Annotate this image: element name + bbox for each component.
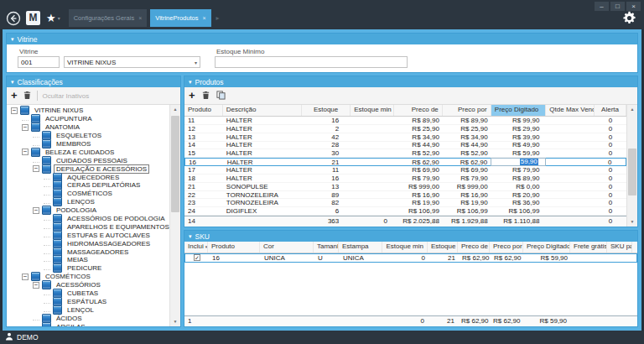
vitrine-code-input[interactable] [18, 56, 60, 68]
estoque-minimo-input[interactable] [215, 56, 408, 68]
scroll-up-icon[interactable]: ▲ [170, 105, 180, 114]
table-cell: R$ 999,00 [443, 183, 491, 190]
column-header[interactable]: Descrição [223, 105, 303, 116]
back-icon[interactable] [6, 11, 21, 26]
collapse-caret-icon[interactable]: ▾ [11, 76, 14, 87]
maximize-button[interactable]: □ [610, 2, 625, 11]
summary-cell [546, 216, 595, 227]
table-cell: 6 [302, 207, 351, 215]
collapse-node-icon[interactable]: − [33, 165, 39, 172]
tree-scrollbar[interactable]: ▲ ▼ [169, 105, 180, 326]
table-row[interactable]: 15HALTER30R$ 52,90R$ 52,90R$ 59,900 [184, 149, 626, 158]
column-header[interactable]: Preco por [490, 242, 523, 253]
table-row[interactable]: ✓16UNICAUUNICA021R$ 62,90R$ 62,90R$ 59,9… [184, 253, 637, 263]
table-row[interactable]: 24DIGIFLEX6R$ 106,99R$ 106,99R$ 106,990 [184, 207, 626, 216]
delete-product-icon[interactable] [201, 88, 210, 103]
produtos-panel-header[interactable]: ▾ Produtos [184, 76, 637, 87]
column-header[interactable]: Preço Digitado [491, 105, 547, 116]
settings-gear-icon[interactable] [622, 11, 636, 25]
close-tab-icon[interactable]: × [138, 15, 142, 21]
column-header[interactable]: Estoque [302, 105, 351, 116]
table-row[interactable]: 11HALTER16R$ 89,90R$ 89,90R$ 99,900 [184, 117, 626, 125]
tab-configuracoes-gerais[interactable]: Configurações Gerais × [69, 9, 148, 27]
table-row[interactable]: 14HALTER28R$ 44,90R$ 44,90R$ 49,900 [184, 142, 626, 150]
add-product-icon[interactable]: + [189, 90, 195, 102]
add-classification-icon[interactable]: + [11, 90, 18, 102]
table-cell: 11 [184, 117, 223, 124]
table-row[interactable]: 21SONOPULSE13R$ 999,00R$ 999,00R$ 0,000 [184, 183, 626, 191]
column-header[interactable]: Qtde Max Venda [546, 105, 595, 116]
produtos-scrollbar[interactable]: ▲ ▼ [626, 105, 637, 227]
table-cell: R$ 44,90 [443, 141, 491, 149]
column-header[interactable]: Frete grátis [570, 242, 607, 253]
collapse-node-icon[interactable]: − [22, 274, 29, 280]
collapse-node-icon[interactable]: − [33, 207, 39, 214]
collapse-caret-icon[interactable]: ▾ [189, 231, 192, 242]
column-header[interactable]: Inclui▾ [184, 242, 208, 253]
scrollbar-thumb[interactable] [171, 116, 179, 212]
sku-panel-header[interactable]: ▾ SKU [184, 231, 637, 242]
preco-digitado-edit-cell[interactable]: 59,90 [491, 158, 546, 166]
table-cell: 21 [428, 254, 459, 262]
scroll-down-icon[interactable]: ▼ [170, 317, 180, 326]
column-header[interactable]: SKU pa... [607, 242, 632, 253]
table-cell: R$ 62,90 [491, 254, 524, 262]
collapse-node-icon[interactable]: − [22, 149, 29, 155]
scroll-down-icon[interactable]: ▼ [627, 217, 637, 227]
summary-cell: R$ 62,90 [458, 316, 490, 326]
collapse-caret-icon[interactable]: ▾ [11, 34, 14, 44]
collapse-node-icon[interactable]: − [33, 282, 39, 289]
user-icon [5, 332, 13, 342]
minimize-button[interactable]: – [595, 2, 609, 11]
estoque-minimo-label: Estoque Minimo [216, 48, 408, 55]
summary-cell: 14 [184, 216, 223, 227]
vitrine-panel-header[interactable]: ▾ Vitrine [7, 34, 637, 44]
tree-item[interactable]: ARGILAS [8, 322, 169, 326]
column-header[interactable]: Preco de [458, 242, 490, 253]
column-header[interactable]: Preco de [394, 105, 443, 116]
classificacoes-panel-header[interactable]: ▾ Classificações [7, 76, 180, 87]
collapse-caret-icon[interactable]: ▾ [189, 76, 192, 87]
scrollbar-thumb[interactable] [628, 149, 636, 195]
sku-table: Inclui▾ProdutoCorTamanhoEstampaEstoque m… [184, 242, 637, 326]
column-header[interactable]: Tamanho [314, 242, 339, 253]
collapse-node-icon[interactable]: − [11, 107, 18, 114]
favorites-caret-icon[interactable]: ▾ [58, 15, 60, 21]
table-row[interactable]: 22TORNOZELEIRA89R$ 16,90R$ 16,90R$ 20,90… [184, 191, 626, 200]
vitrine-name-select[interactable]: VITRINE NIXUS ▾ [64, 56, 200, 68]
tree-connector [44, 230, 50, 237]
table-cell: R$ 62,90 [394, 159, 443, 166]
column-header[interactable]: Produto [208, 242, 260, 253]
collapse-node-icon[interactable]: − [22, 124, 29, 131]
table-row[interactable]: 23TORNOZELEIRA82R$ 19,90R$ 19,90R$ 36,90… [184, 199, 626, 207]
right-column: ▾ Produtos + [184, 76, 638, 327]
scroll-up-icon[interactable]: ▲ [627, 105, 637, 114]
favorites-star-icon[interactable]: ★ [46, 12, 56, 24]
filter-caret-icon[interactable]: ▾ [205, 244, 208, 249]
delete-classification-icon[interactable] [23, 88, 32, 103]
table-cell: R$ 59,90 [524, 254, 571, 262]
hide-inactive-label[interactable]: Ocultar Inativos [43, 92, 90, 100]
column-header[interactable]: Produto [184, 105, 223, 116]
tab-overflow-icon[interactable]: ▸ [216, 14, 220, 22]
column-header[interactable]: Estoque [428, 242, 458, 253]
table-row[interactable]: 18HALTER16R$ 79,90R$ 79,90R$ 89,900 [184, 175, 626, 183]
table-row[interactable]: 12HALTER2R$ 25,90R$ 25,90R$ 29,900 [184, 125, 626, 133]
table-row[interactable]: 16HALTER21R$ 62,90R$ 62,9059,900 [184, 158, 626, 166]
table-row[interactable]: 13HALTER42R$ 34,90R$ 34,90R$ 39,900 [184, 133, 626, 142]
column-header[interactable]: Estoque min [351, 105, 394, 116]
app-logo-icon[interactable]: M [26, 11, 40, 25]
inclui-checkbox[interactable]: ✓ [194, 254, 200, 261]
table-row[interactable]: 17HALTER11R$ 69,90R$ 69,90R$ 79,900 [184, 166, 626, 175]
column-header[interactable]: Cor [260, 242, 314, 253]
copy-product-icon[interactable] [216, 88, 226, 103]
table-cell: R$ 62,90 [443, 159, 491, 166]
column-header[interactable]: Estampa [339, 242, 382, 253]
close-tab-icon[interactable]: × [202, 15, 205, 21]
column-header[interactable]: Preco por [443, 105, 491, 116]
column-header[interactable]: Alerta [595, 105, 626, 116]
close-button[interactable]: × [626, 2, 641, 11]
column-header[interactable]: Estoque min [382, 242, 428, 253]
column-header[interactable]: Preço Digitado [523, 242, 570, 253]
tab-vitrineprodutos[interactable]: VitrineProdutos × [150, 9, 210, 27]
